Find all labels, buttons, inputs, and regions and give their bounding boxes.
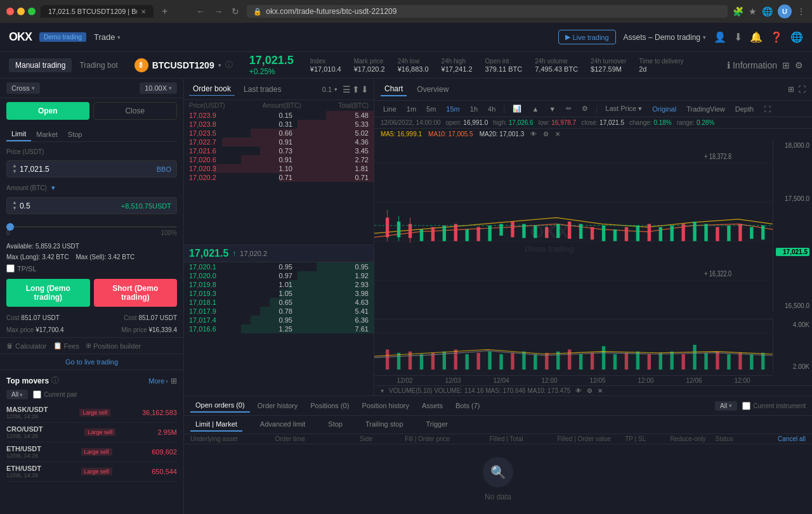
movers-all-filter[interactable]: All ▾ [6,390,28,399]
vol-settings-icon[interactable]: ⚙ [587,387,593,394]
price-up-button[interactable]: ▲ [12,164,17,169]
ob-ask-row[interactable]: 17,020.6 0.91 2.72 [184,155,374,164]
current-instrument-checkbox[interactable] [742,402,750,410]
ob-view-asks-icon[interactable]: ⬆ [352,84,360,94]
15m-button[interactable]: 15m [443,104,462,114]
ma-eye-icon[interactable]: 👁 [530,131,537,138]
long-button[interactable]: Long (Demo trading) [6,279,90,307]
position-history-tab[interactable]: Position history [357,399,414,412]
refresh-button[interactable]: ↻ [229,5,242,18]
ob-bid-row[interactable]: 17,019.8 1.01 2.93 [184,280,374,289]
open-orders-tab[interactable]: Open orders (0) [190,399,250,413]
browser-tab[interactable]: 17,021.5 BTCUSDT1209 | Buy... ✕ [41,5,154,18]
depth-button[interactable]: Depth [733,104,756,114]
back-button[interactable]: ← [193,5,207,18]
trading-bot-tab[interactable]: Trading bot [73,58,124,72]
extensions-button[interactable]: 🧩 [733,6,743,16]
grid-view-button[interactable]: ⊞ [782,60,790,70]
ob-bid-row[interactable]: 17,017.4 0.95 6.36 [184,316,374,324]
market-tab[interactable]: Market [31,127,63,141]
calculator-tool[interactable]: 🖩 Calculator [6,342,47,350]
last-trades-tab[interactable]: Last trades [240,83,285,96]
chart-expand-icon[interactable]: ⛶ [798,85,806,94]
ma-settings-icon[interactable]: ⚙ [543,131,549,138]
sell-close-button[interactable]: Close [93,102,178,120]
ob-bid-row[interactable]: 17,017.9 0.78 5.41 [184,307,374,316]
dot-minimize[interactable] [17,8,25,15]
last-price-selector[interactable]: Last Price ▾ [603,103,645,114]
mover-row[interactable]: ETH/USDT 12/06, 14:26 Large sell 650,544 [6,462,177,482]
amount-unit-selector[interactable]: ▾ [51,184,55,192]
chart-up-icon[interactable]: ▲ [529,104,541,114]
orders-sub-limit-tab[interactable]: Limit | Market [190,418,242,432]
positions-tab[interactable]: Positions (0) [305,399,354,412]
ob-ask-row[interactable]: 17,023.5 0.66 5.02 [184,129,374,138]
new-tab-button[interactable]: + [159,6,171,17]
precision-selector[interactable]: 0.1 ▾ [322,86,337,93]
orders-sub-trigger-tab[interactable]: Trigger [421,418,453,432]
current-pair-checkbox[interactable] [33,390,41,399]
price-spinners[interactable]: ▲ ▼ [12,164,17,174]
dot-maximize[interactable] [28,8,36,15]
help-icon-button[interactable]: ❓ [770,31,783,43]
chart-fullscreen-icon[interactable]: ⛶ [761,104,773,114]
profile-icon-button[interactable]: 👤 [714,31,726,43]
position-builder-tool[interactable]: ⊕ Position builder [86,342,141,350]
leverage-button[interactable]: 10.00X ▾ [140,82,177,94]
stop-tab[interactable]: Stop [63,127,88,141]
1m-button[interactable]: 1m [404,104,419,114]
col-cancel-all[interactable]: Cancel all [761,435,806,442]
current-instrument-filter[interactable]: Current instrument [742,402,806,410]
orders-sub-trailing-tab[interactable]: Trailing stop [360,418,409,432]
1h-button[interactable]: 1h [468,104,480,114]
limit-tab[interactable]: Limit [6,127,31,141]
mover-row[interactable]: MASK/USDT 12/06, 14:26 Large sell 36,162… [6,403,177,423]
amount-down-button[interactable]: ▼ [12,206,17,211]
settings-tool-icon[interactable]: ⚙ [579,103,591,114]
language-icon-button[interactable]: 🌐 [790,31,803,43]
5m-button[interactable]: 5m [424,104,438,114]
go-live-link[interactable]: Go to live trading [0,354,183,369]
tpsl-checkbox[interactable] [6,264,15,273]
orders-sub-advanced-tab[interactable]: Advanced limit [255,418,311,432]
short-button[interactable]: Short (Demo trading) [94,279,178,307]
overview-tab[interactable]: Overview [413,83,452,96]
trade-menu[interactable]: Trade ▾ [94,32,120,42]
bots-tab[interactable]: Bots (7) [450,399,485,412]
ma-close-icon[interactable]: ✕ [555,131,560,138]
order-history-tab[interactable]: Order history [252,399,303,412]
instrument-selector[interactable]: ₿ BTCUSDT1209 ▾ ⓘ [134,58,233,72]
ob-ask-row[interactable]: 17,020.3 1.10 1.81 [184,164,374,173]
amount-up-button[interactable]: ▲ [12,200,17,205]
bbo-button[interactable]: BBO [157,165,171,173]
amount-input[interactable] [20,202,121,210]
ob-ask-row[interactable]: 17,020.2 0.71 0.71 [184,173,374,182]
movers-info-icon[interactable]: ⓘ [51,375,59,386]
ob-bid-row[interactable]: 17,020.1 0.95 0.95 [184,262,374,271]
amount-spinners[interactable]: ▲ ▼ [12,200,17,211]
manual-trading-tab[interactable]: Manual trading [9,58,72,72]
fees-tool[interactable]: 📋 Fees [53,342,79,350]
live-trading-button[interactable]: ▶ Live trading [558,30,616,44]
tab-close-btn[interactable]: ✕ [141,8,146,15]
drawing-tool-icon[interactable]: ✏ [563,103,574,114]
cross-button[interactable]: Cross ▾ [6,82,40,94]
ob-bid-row[interactable]: 17,016.6 1.25 7.61 [184,324,374,333]
tradingview-button[interactable]: TradingView [684,104,728,114]
user-avatar[interactable]: U [778,4,792,18]
orders-all-filter[interactable]: All ▾ [715,401,737,411]
mover-row[interactable]: CRO/USDT 12/06, 14:26 Large sell 2.95M [6,423,177,442]
ob-view-bids-icon[interactable]: ⬇ [361,84,369,94]
order-book-tab[interactable]: Order book [189,82,235,96]
orders-sub-stop-tab[interactable]: Stop [323,418,348,432]
movers-more-button[interactable]: More › [148,377,168,385]
ob-ask-row[interactable]: 17,023.8 0.31 5.33 [184,120,374,129]
chart-down-icon[interactable]: ▼ [546,104,558,114]
information-button[interactable]: ℹ Information [727,60,777,70]
assets-tab[interactable]: Assets [417,399,448,412]
url-bar[interactable]: 🔒 okx.com/trade-futures/btc-usdt-221209 [247,5,728,18]
instrument-info-icon[interactable]: ⓘ [225,60,233,70]
chart-type-icon[interactable]: 📊 [510,103,524,114]
ob-ask-row[interactable]: 17,022.7 0.91 4.36 [184,138,374,146]
chart-grid-icon[interactable]: ⊞ [788,85,794,94]
